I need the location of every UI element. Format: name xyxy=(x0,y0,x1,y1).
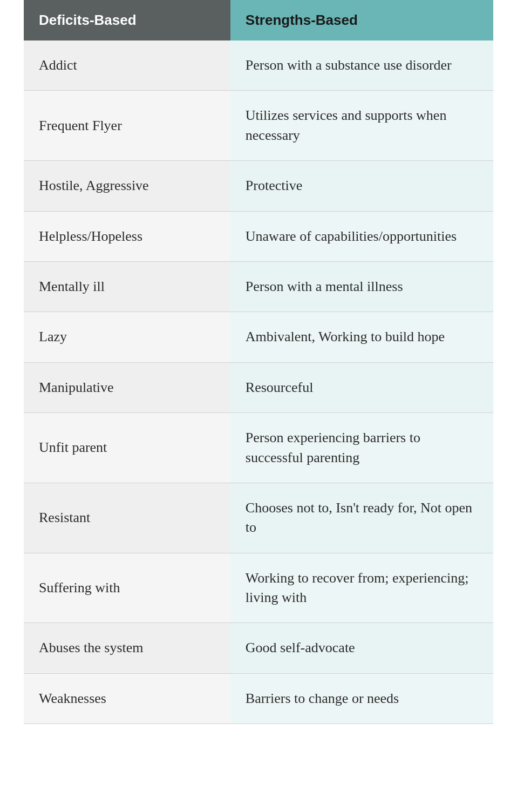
table-row: Mentally illPerson with a mental illness xyxy=(24,261,493,312)
table-row: Suffering withWorking to recover from; e… xyxy=(24,553,493,623)
header-strengths: Strengths-Based xyxy=(230,0,493,40)
strengths-cell: Resourceful xyxy=(230,362,493,412)
table-row: Helpless/HopelessUnaware of capabilities… xyxy=(24,211,493,261)
table-row: Hostile, AggressiveProtective xyxy=(24,161,493,211)
deficits-cell: Manipulative xyxy=(24,362,230,412)
table-row: Abuses the systemGood self-advocate xyxy=(24,623,493,673)
deficits-cell: Frequent Flyer xyxy=(24,91,230,161)
table-row: ResistantChooses not to, Isn't ready for… xyxy=(24,483,493,553)
strengths-cell: Barriers to change or needs xyxy=(230,673,493,723)
strengths-cell: Utilizes services and supports when nece… xyxy=(230,91,493,161)
deficits-cell: Suffering with xyxy=(24,553,230,623)
deficits-cell: Weaknesses xyxy=(24,673,230,723)
table-row: ManipulativeResourceful xyxy=(24,362,493,412)
table-row: AddictPerson with a substance use disord… xyxy=(24,40,493,91)
deficits-cell: Mentally ill xyxy=(24,261,230,312)
strengths-cell: Person experiencing barriers to successf… xyxy=(230,413,493,483)
deficits-cell: Abuses the system xyxy=(24,623,230,673)
deficits-cell: Addict xyxy=(24,40,230,91)
deficits-cell: Lazy xyxy=(24,312,230,362)
table-row: WeaknessesBarriers to change or needs xyxy=(24,673,493,723)
strengths-cell: Person with a substance use disorder xyxy=(230,40,493,91)
strengths-cell: Protective xyxy=(230,161,493,211)
table-row: Frequent FlyerUtilizes services and supp… xyxy=(24,91,493,161)
strengths-cell: Good self-advocate xyxy=(230,623,493,673)
strengths-cell: Person with a mental illness xyxy=(230,261,493,312)
strengths-cell: Chooses not to, Isn't ready for, Not ope… xyxy=(230,483,493,553)
table-row: Unfit parentPerson experiencing barriers… xyxy=(24,413,493,483)
deficits-cell: Unfit parent xyxy=(24,413,230,483)
header-deficits: Deficits-Based xyxy=(24,0,230,40)
strengths-cell: Ambivalent, Working to build hope xyxy=(230,312,493,362)
comparison-table: Deficits-Based Strengths-Based AddictPer… xyxy=(24,0,493,724)
table-row: LazyAmbivalent, Working to build hope xyxy=(24,312,493,362)
strengths-cell: Working to recover from; experiencing; l… xyxy=(230,553,493,623)
deficits-cell: Resistant xyxy=(24,483,230,553)
deficits-cell: Hostile, Aggressive xyxy=(24,161,230,211)
strengths-cell: Unaware of capabilities/opportunities xyxy=(230,211,493,261)
deficits-cell: Helpless/Hopeless xyxy=(24,211,230,261)
